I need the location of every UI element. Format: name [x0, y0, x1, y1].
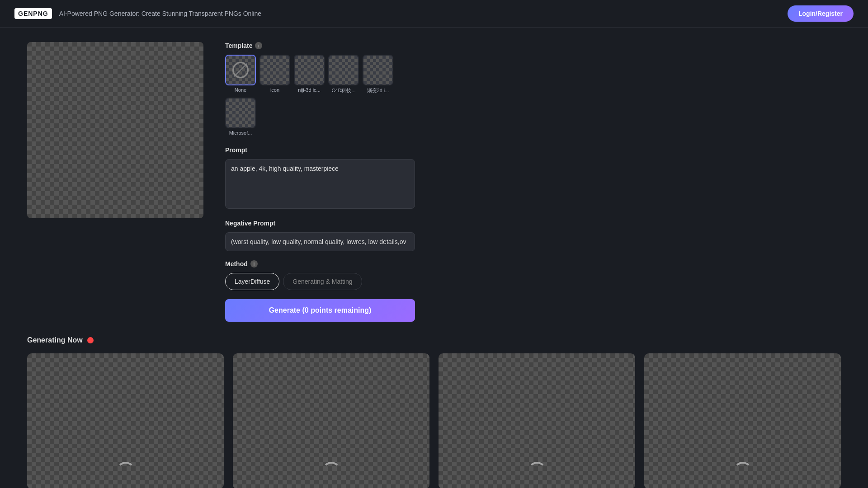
prompt-label-text: Prompt	[225, 146, 247, 154]
spinner-arc-4	[734, 462, 752, 480]
none-checker	[226, 56, 255, 84]
generating-status-dot	[87, 337, 94, 343]
generate-button[interactable]: Generate (0 points remaining)	[225, 299, 415, 322]
method-generating-matting-button[interactable]: Generating & Matting	[283, 273, 362, 290]
generating-image-1	[27, 353, 224, 488]
logo: GENPNG	[14, 8, 52, 19]
logo-area: GENPNG AI-Powered PNG Generator: Create …	[14, 8, 261, 19]
template-label: Template i	[225, 42, 415, 49]
header: GENPNG AI-Powered PNG Generator: Create …	[0, 0, 868, 28]
template-info-icon[interactable]: i	[255, 42, 262, 49]
template-item-microsoft[interactable]: Microsof...	[225, 98, 256, 136]
none-icon	[232, 62, 249, 78]
method-info-icon[interactable]: i	[250, 260, 258, 267]
spinner-4	[734, 462, 752, 480]
tagline: AI-Powered PNG Generator: Create Stunnin…	[59, 10, 261, 17]
template-thumb-c4d[interactable]	[328, 55, 359, 85]
method-label-text: Method	[225, 260, 248, 267]
method-layerdiffuse-button[interactable]: LayerDiffuse	[225, 273, 279, 290]
template-thumb-jianbian[interactable]	[363, 55, 393, 85]
niji3d-checker	[295, 56, 324, 84]
template-item-c4d[interactable]: C4D科技...	[328, 55, 359, 94]
prompt-textarea[interactable]	[225, 159, 415, 209]
right-panel: Template i None icon	[225, 42, 415, 322]
spinner-2	[322, 462, 340, 480]
template-none-label: None	[235, 87, 246, 93]
spinner-arc-1	[117, 462, 135, 480]
generating-image-4	[644, 353, 841, 488]
template-label-text: Template	[225, 42, 252, 49]
negative-prompt-input[interactable]	[225, 232, 415, 251]
method-buttons: LayerDiffuse Generating & Matting	[225, 273, 415, 290]
generating-image-grid	[27, 353, 841, 488]
template-grid: None icon niji-3d ic... C4	[225, 55, 415, 136]
template-thumb-niji3d[interactable]	[294, 55, 325, 85]
transparent-preview-bg	[27, 42, 203, 218]
template-item-icon[interactable]: icon	[259, 55, 290, 94]
template-item-niji3d[interactable]: niji-3d ic...	[294, 55, 325, 94]
generating-image-2	[233, 353, 429, 488]
main-content: Template i None icon	[0, 28, 868, 336]
template-item-none[interactable]: None	[225, 55, 256, 94]
template-jianbian-label: 渐变3d i...	[367, 87, 389, 94]
generating-header: Generating Now	[27, 336, 841, 344]
generating-image-3	[439, 353, 635, 488]
icon-checker	[260, 56, 289, 84]
template-c4d-label: C4D科技...	[331, 87, 355, 94]
template-thumb-microsoft[interactable]	[225, 98, 256, 128]
jianbian-checker	[363, 56, 392, 84]
template-thumb-none[interactable]	[225, 55, 256, 85]
template-icon-label: icon	[270, 87, 279, 93]
method-label: Method i	[225, 260, 415, 267]
negative-prompt-label-text: Negative Prompt	[225, 220, 275, 227]
canvas-preview	[27, 42, 203, 218]
c4d-checker	[329, 56, 358, 84]
spinner-arc-2	[322, 462, 340, 480]
template-thumb-icon[interactable]	[259, 55, 290, 85]
generating-now-title: Generating Now	[27, 336, 83, 344]
login-register-button[interactable]: Login/Register	[788, 5, 854, 22]
template-microsoft-label: Microsof...	[229, 130, 252, 136]
prompt-label: Prompt	[225, 146, 415, 154]
spinner-3	[528, 462, 546, 480]
spinner-1	[117, 462, 135, 480]
microsoft-checker	[226, 99, 255, 127]
spinner-arc-3	[528, 462, 546, 480]
negative-prompt-label: Negative Prompt	[225, 220, 415, 227]
template-niji3d-label: niji-3d ic...	[298, 87, 321, 93]
template-item-jianbian[interactable]: 渐变3d i...	[363, 55, 393, 94]
generating-section: Generating Now	[0, 336, 868, 488]
